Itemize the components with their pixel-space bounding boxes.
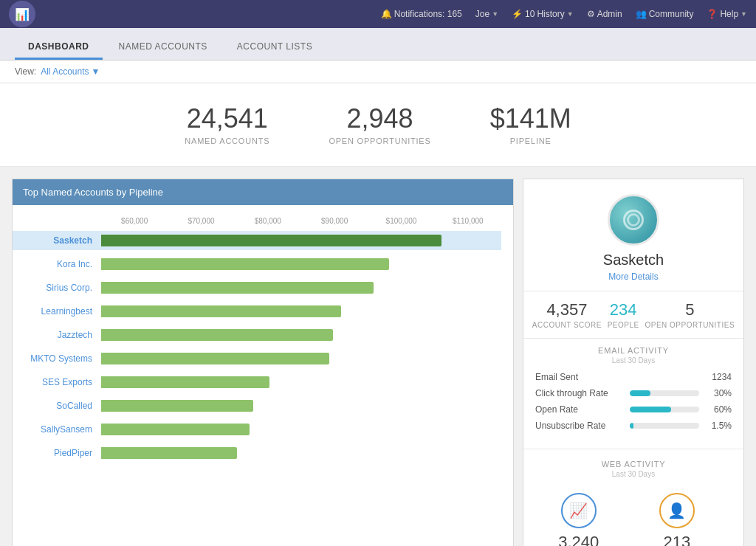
bar-row[interactable]: MKTO Systems xyxy=(13,349,501,368)
bar-fill-container xyxy=(101,447,501,459)
bar-fill xyxy=(101,329,333,341)
history-chevron-icon: ▼ xyxy=(567,10,574,18)
bar-fill xyxy=(101,305,341,317)
app-logo: 📊 xyxy=(9,1,35,27)
view-selector[interactable]: All Accounts ▼ xyxy=(41,66,100,77)
pageviews-stat: 📈 3,240 Pageviews xyxy=(555,493,602,546)
bar-fill-container xyxy=(101,376,501,388)
admin-label: Admin xyxy=(597,9,622,19)
account-avatar xyxy=(608,194,659,246)
web-activity-title: WEB ACTIVITY xyxy=(535,460,732,469)
admin-icon: ⚙ xyxy=(587,9,595,19)
email-activity-title: EMAIL ACTIVITY xyxy=(535,346,732,355)
open-opps-label: OPEN OPPORTUNITIES xyxy=(645,321,735,329)
chart-panel: Top Named Accounts by Pipeline $60,000 $… xyxy=(12,179,514,546)
account-score-label: ACCOUNT SCORE xyxy=(532,321,602,329)
help-menu[interactable]: ❓ Help ▼ xyxy=(707,9,747,19)
bar-fill-container xyxy=(101,258,501,270)
open-rate-bar xyxy=(630,407,699,412)
click-through-bar xyxy=(630,390,699,396)
history-menu[interactable]: ⚡ 10 History ▼ xyxy=(512,9,574,19)
bar-fill-container xyxy=(101,329,501,341)
known-visitors-stat: 👤 213 Known Visitors xyxy=(642,493,712,546)
bar-label: PiedPiper xyxy=(13,448,101,458)
bar-row[interactable]: SoCalled xyxy=(13,396,501,415)
stat-open-opps-label: OPEN OPPORTUNITIES xyxy=(329,136,430,145)
bar-fill xyxy=(101,447,237,459)
bar-row[interactable]: Jazztech xyxy=(13,325,501,345)
people-value: 234 xyxy=(608,300,639,319)
bar-fill-container xyxy=(101,424,501,435)
bar-row[interactable]: PiedPiper xyxy=(13,443,501,463)
bar-row[interactable]: Sasketch xyxy=(13,231,501,250)
stat-open-opportunities: 2,948 OPEN OPPORTUNITIES xyxy=(329,104,430,145)
bar-fill-container xyxy=(101,282,501,294)
bar-label: Kora Inc. xyxy=(13,259,101,269)
bar-row[interactable]: Kora Inc. xyxy=(13,255,501,274)
stat-pipeline-label: PIPELINE xyxy=(490,136,571,145)
tab-named-accounts[interactable]: NAMED ACCOUNTS xyxy=(106,34,221,60)
axis-label-5: $110,000 xyxy=(435,217,501,225)
bar-fill xyxy=(101,282,374,294)
top-nav-left: 📊 xyxy=(9,1,35,27)
email-activity-subtitle: Last 30 Days xyxy=(535,356,732,364)
bar-label: SoCalled xyxy=(13,401,101,411)
community-icon: 👥 xyxy=(636,9,647,19)
people-label: PEOPLE xyxy=(608,321,639,329)
email-sent-value: 1234 xyxy=(712,372,732,382)
bar-fill xyxy=(101,258,389,270)
account-scores: 4,357 ACCOUNT SCORE 234 PEOPLE 5 OPEN OP… xyxy=(523,291,743,339)
bar-label: Sirius Corp. xyxy=(13,283,101,293)
people-score-item: 234 PEOPLE xyxy=(608,300,639,329)
community-menu[interactable]: 👥 Community xyxy=(636,9,694,19)
open-rate-value: 60% xyxy=(705,404,732,415)
bar-fill-container xyxy=(101,400,501,412)
pageviews-icon: 📈 xyxy=(561,493,597,528)
bar-fill-container xyxy=(101,305,501,317)
main-content: Top Named Accounts by Pipeline $60,000 $… xyxy=(0,167,756,546)
tab-dashboard[interactable]: DASHBOARD xyxy=(15,34,103,60)
stat-named-accounts: 24,541 NAMED ACCOUNTS xyxy=(185,104,269,145)
known-visitors-icon: 👤 xyxy=(659,493,695,528)
open-opps-item: 5 OPEN OPPORTUNITIES xyxy=(645,300,735,329)
bar-row[interactable]: Learningbest xyxy=(13,302,501,321)
bar-row[interactable]: SallySansem xyxy=(13,420,501,439)
bar-fill-container xyxy=(101,235,501,246)
bar-row[interactable]: Sirius Corp. xyxy=(13,278,501,297)
click-through-rate-row: Click through Rate 30% xyxy=(535,388,732,398)
tab-account-lists[interactable]: ACCOUNT LISTS xyxy=(224,34,326,60)
bar-fill xyxy=(101,353,329,364)
user-chevron-icon: ▼ xyxy=(492,10,498,18)
axis-label-4: $100,000 xyxy=(368,217,434,225)
stat-named-accounts-label: NAMED ACCOUNTS xyxy=(185,136,269,145)
stat-open-opps-value: 2,948 xyxy=(329,104,430,134)
bar-row[interactable]: SES Exports xyxy=(13,373,501,392)
known-visitors-value: 213 xyxy=(663,533,690,546)
bar-label: Sasketch xyxy=(13,235,101,246)
notification-icon: 🔔 xyxy=(381,9,392,19)
open-rate-fill xyxy=(630,407,671,412)
admin-menu[interactable]: ⚙ Admin xyxy=(587,9,622,19)
unsubscribe-fill xyxy=(630,423,633,429)
open-rate-label: Open Rate xyxy=(535,404,624,415)
user-menu[interactable]: Joe ▼ xyxy=(475,9,498,19)
account-score-value: 4,357 xyxy=(532,300,602,319)
notifications-link[interactable]: 🔔 Notifications: 165 xyxy=(381,9,462,19)
unsubscribe-bar xyxy=(630,423,699,429)
bar-label: MKTO Systems xyxy=(13,353,101,364)
community-label: Community xyxy=(649,9,694,19)
account-score-item: 4,357 ACCOUNT SCORE xyxy=(532,300,602,329)
notifications-label: Notifications: 165 xyxy=(394,9,462,19)
help-label: Help xyxy=(720,9,738,19)
view-filter-bar: View: All Accounts ▼ xyxy=(0,61,756,83)
account-hero: Sasketch More Details xyxy=(523,179,743,291)
web-activity-subtitle: Last 30 Days xyxy=(535,470,732,478)
bar-fill xyxy=(101,235,441,246)
bar-label: Jazztech xyxy=(13,330,101,340)
click-through-label: Click through Rate xyxy=(535,388,624,398)
axis-label-2: $80,000 xyxy=(235,217,301,225)
chart-axis: $60,000 $70,000 $80,000 $90,000 $100,000… xyxy=(13,217,501,231)
more-details-link[interactable]: More Details xyxy=(608,272,658,282)
history-label: History xyxy=(537,9,564,19)
unsubscribe-value: 1.5% xyxy=(705,421,732,431)
